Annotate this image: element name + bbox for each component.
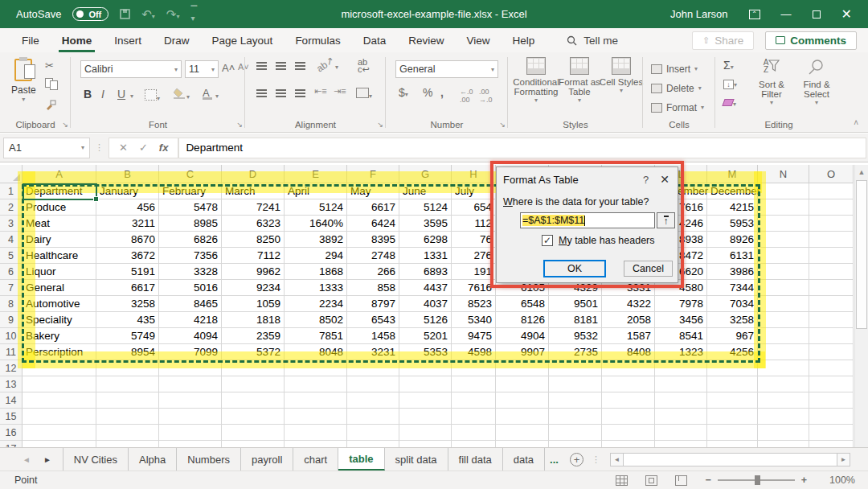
cell-E4[interactable]: 3892 [285,232,347,248]
column-header-C[interactable]: C [159,165,222,183]
borders-icon[interactable]: ▾ [145,89,160,103]
cell-C6[interactable]: 3328 [159,264,222,280]
cell-B16[interactable] [96,425,159,441]
cell-O11[interactable] [809,344,854,360]
cell-N17[interactable] [758,441,809,447]
cell-B4[interactable]: 8670 [96,232,159,248]
row-header-9[interactable]: 9 [0,312,23,328]
cell-O3[interactable] [809,216,854,232]
cell-F14[interactable] [347,392,399,409]
cell-D5[interactable]: 7112 [222,248,285,264]
column-header-O[interactable]: O [809,165,854,183]
cell-N3[interactable] [758,216,809,232]
underline-dropdown[interactable]: ▾ [130,92,133,100]
increase-indent-icon[interactable]: ⇥≡ [334,86,346,97]
cell-D17[interactable] [222,441,285,447]
undo-icon[interactable]: ↶▾ [141,8,155,20]
sheet-tab-split-data[interactable]: split data [385,448,448,471]
range-selector-button[interactable]: ↑ [657,212,675,228]
cell-N8[interactable] [758,296,809,312]
cell-D13[interactable] [222,376,285,392]
comma-style-icon[interactable]: , [440,86,444,99]
cell-M10[interactable]: 967 [707,328,758,344]
collapse-ribbon-icon[interactable]: ˄ [854,118,858,127]
select-all-corner[interactable] [0,165,23,183]
tab-file[interactable]: File [0,28,51,52]
cell-E13[interactable] [285,376,347,392]
cell-C7[interactable]: 5016 [159,280,222,296]
row-header-7[interactable]: 7 [0,280,23,296]
cell-D1[interactable]: March [222,183,285,199]
dialog-help-icon[interactable]: ? [632,174,660,186]
sheet-tab-nv-cities[interactable]: NV Cities [63,448,129,471]
cell-A3[interactable]: Meat [23,216,96,232]
cell-D6[interactable]: 9962 [222,264,285,280]
column-header-A[interactable]: A [23,165,96,183]
cell-H3[interactable]: 112 [452,216,496,232]
cell-L17[interactable] [655,441,707,447]
cell-G7[interactable]: 4437 [399,280,452,296]
cell-L8[interactable]: 7978 [655,296,707,312]
column-header-B[interactable]: B [96,165,159,183]
cell-D8[interactable]: 1059 [222,296,285,312]
cell-E3[interactable]: 1640% [285,216,347,232]
fill-color-icon[interactable]: ▾ [174,88,190,101]
format-painter-icon[interactable] [45,99,56,112]
cell-D3[interactable]: 6323 [222,216,285,232]
cell-F3[interactable]: 6424 [347,216,399,232]
cell-E11[interactable]: 8048 [285,344,347,360]
column-header-N[interactable]: N [758,165,809,183]
cell-N4[interactable] [758,232,809,248]
cell-C4[interactable]: 6826 [159,232,222,248]
font-dialog-launcher[interactable]: ↘ [236,121,243,129]
save-icon[interactable] [120,9,130,19]
font-color-icon[interactable]: A [203,87,212,100]
cell-K9[interactable]: 2058 [602,312,655,328]
normal-view-icon[interactable] [616,475,628,486]
cell-N10[interactable] [758,328,809,344]
cell-M1[interactable]: December [707,183,758,199]
cell-G16[interactable] [399,425,452,441]
cell-A10[interactable]: Bakery [23,328,96,344]
cell-A8[interactable]: Automotive [23,296,96,312]
currency-icon[interactable]: $▾ [399,86,408,99]
cell-G6[interactable]: 6893 [399,264,452,280]
font-name-select[interactable]: Calibri▾ [80,60,182,78]
zoom-level[interactable]: 100% [825,475,855,486]
cell-C10[interactable]: 4094 [159,328,222,344]
insert-function-icon[interactable]: fx [159,142,169,154]
cell-F6[interactable]: 266 [347,264,399,280]
cell-H7[interactable]: 7616 [452,280,496,296]
cell-C14[interactable] [159,392,222,409]
cell-M11[interactable]: 4256 [707,344,758,360]
cell-A1[interactable]: Department [23,183,96,199]
cell-E12[interactable] [285,360,347,376]
cell-O7[interactable] [809,280,854,296]
cell-G13[interactable] [399,376,452,392]
cell-G12[interactable] [399,360,452,376]
cell-M4[interactable]: 8926 [707,232,758,248]
cell-B9[interactable]: 435 [96,312,159,328]
cell-D10[interactable]: 2359 [222,328,285,344]
cell-O1[interactable] [809,183,854,199]
cell-L11[interactable]: 1323 [655,344,707,360]
cell-D11[interactable]: 5372 [222,344,285,360]
sheet-tab-data[interactable]: data [503,448,545,471]
button-delete-cells[interactable]: Delete▾ [651,80,702,97]
redo-icon[interactable]: ↷▾ [166,8,180,20]
cell-F10[interactable]: 1458 [347,328,399,344]
cell-A7[interactable]: General [23,280,96,296]
cell-D14[interactable] [222,392,285,409]
cell-I11[interactable]: 9907 [496,344,549,360]
cell-D15[interactable] [222,409,285,425]
cell-G3[interactable]: 3595 [399,216,452,232]
cancel-button[interactable]: Cancel [624,261,673,277]
cell-K8[interactable]: 4322 [602,296,655,312]
column-header-E[interactable]: E [285,165,347,183]
fill-icon[interactable]: ↓▾ [723,78,737,89]
close-icon[interactable]: ✕ [841,6,852,22]
font-size-select[interactable]: 11▾ [185,60,219,78]
cell-K11[interactable]: 8408 [602,344,655,360]
cell-C8[interactable]: 8465 [159,296,222,312]
cell-A14[interactable] [23,392,96,409]
